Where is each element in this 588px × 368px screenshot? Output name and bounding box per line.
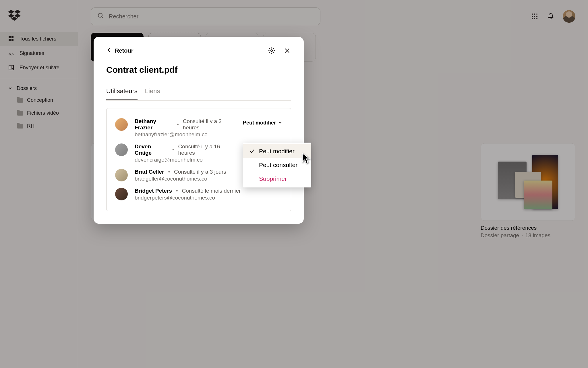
option-label: Supprimer — [259, 175, 287, 182]
user-row: Bethany Frazier • Consulté il y a 2 heur… — [115, 115, 282, 141]
user-row: Bridget Peters • Consulté le mois dernie… — [115, 185, 282, 204]
gear-icon[interactable] — [268, 47, 276, 55]
user-email: devencraige@moonhelm.co — [135, 157, 236, 163]
tab-links[interactable]: Liens — [145, 87, 160, 100]
user-avatar — [115, 188, 128, 200]
permission-dropdown-menu: Peut modifier Peut consulter Supprimer — [243, 143, 311, 187]
permission-option-view[interactable]: Peut consulter — [243, 158, 311, 172]
permission-option-remove[interactable]: Supprimer — [243, 172, 311, 186]
tab-users[interactable]: Utilisateurs — [106, 87, 138, 100]
user-access-time: Consulté il y a 2 heures — [183, 118, 236, 131]
user-avatar — [115, 118, 128, 131]
user-name: Bethany Frazier — [135, 118, 173, 131]
back-label: Retour — [115, 47, 133, 54]
option-label: Peut consulter — [259, 162, 297, 168]
user-name: Deven Craige — [135, 143, 168, 156]
user-name: Bridget Peters — [135, 188, 172, 194]
chevron-left-icon — [106, 47, 111, 54]
share-modal: Retour Contrat client.pdf Utilisateurs L… — [94, 37, 304, 224]
chevron-down-icon — [278, 120, 282, 126]
close-icon[interactable] — [283, 47, 291, 55]
check-icon — [249, 149, 255, 154]
user-avatar — [115, 169, 128, 181]
permission-option-edit[interactable]: Peut modifier — [243, 144, 311, 158]
back-button[interactable]: Retour — [106, 47, 133, 54]
option-label: Peut modifier — [259, 148, 295, 155]
user-email: bethanyfrazier@moonhelm.co — [135, 131, 236, 138]
permission-dropdown-button[interactable]: Peut modifier — [243, 120, 282, 126]
user-email: bridgerpeters@coconuthomes.co — [135, 195, 282, 201]
svg-point-20 — [271, 50, 273, 52]
user-name: Brad Geller — [135, 169, 164, 175]
modal-title: Contrat client.pdf — [106, 65, 291, 75]
user-access-time: Consulté il y a 3 jours — [174, 169, 226, 175]
permission-label: Peut modifier — [243, 120, 276, 126]
user-avatar — [115, 143, 128, 156]
modal-tabs: Utilisateurs Liens — [106, 87, 291, 101]
user-access-time: Consulté le mois dernier — [182, 188, 241, 194]
user-access-time: Consulté il y a 16 heures — [178, 143, 236, 156]
